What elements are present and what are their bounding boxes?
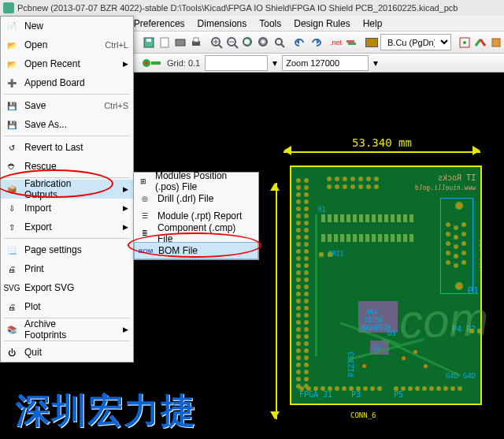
layer-selector[interactable]: B.Cu (PgDn) (380, 34, 451, 50)
menu-item-label: Fabrication Outputs (24, 178, 97, 200)
svg-point-21 (463, 41, 466, 44)
menu-item-label: Import (24, 203, 97, 214)
redo-icon[interactable] (309, 34, 323, 51)
menu-item-revert-to-last[interactable]: ↺Revert to Last (1, 138, 133, 157)
menu-item-import[interactable]: ⇩Import▶ (1, 199, 133, 218)
zoom-out-icon[interactable] (225, 34, 239, 51)
dimension-width: 53.340 mm (284, 147, 480, 160)
submenu-item-label: Component (.cmp) File (158, 222, 254, 244)
menu-item-label: Quit (24, 347, 97, 358)
module-editor-icon[interactable] (173, 34, 187, 51)
menu-item-icon: 💾 (4, 99, 20, 112)
menu-item-label: Export (24, 221, 97, 233)
submenu-item-label: BOM File (158, 245, 198, 256)
menu-item-rescue[interactable]: ⛑Rescue (1, 157, 133, 176)
menu-item-icon: ➕ (4, 76, 20, 89)
menu-item-label: Export SVG (24, 282, 97, 293)
menu-item-icon: 🖨 (4, 300, 20, 313)
menu-item-fabrication-outputs[interactable]: 📦Fabrication Outputs▶ (1, 180, 133, 199)
file-menu: 📄New📂OpenCtrl+L📂Open Recent▶➕Append Boar… (0, 16, 134, 363)
menu-item-label: New (24, 20, 97, 32)
print-icon[interactable] (189, 34, 203, 51)
netlist-icon[interactable]: .net (329, 34, 343, 51)
grid-input[interactable] (205, 55, 268, 71)
svg-point-16 (276, 39, 282, 45)
menu-help[interactable]: Help (357, 17, 389, 31)
menu-item-label: Rescue (24, 161, 97, 172)
zoom-fit-icon[interactable] (257, 34, 271, 51)
silk-u1: U1 (387, 329, 396, 337)
menu-item-new[interactable]: 📄New (1, 17, 133, 35)
menu-item-label: Plot (24, 301, 97, 312)
mode-footprint-icon[interactable] (489, 34, 503, 51)
undo-icon[interactable] (293, 34, 307, 51)
drl-icon: ◎ (137, 192, 153, 205)
autoroute-icon[interactable] (473, 34, 487, 51)
silk-it-rocks: IT Rocks (438, 173, 476, 182)
svg-point-28 (145, 61, 148, 65)
zoom-in-icon[interactable] (209, 34, 224, 51)
svg-line-17 (281, 44, 284, 47)
grid-dropdown-icon[interactable]: ▾ (272, 58, 277, 69)
menu-item-icon: 📄 (4, 20, 20, 32)
menu-item-icon: ⇧ (4, 221, 20, 233)
menu-item-icon: ↺ (4, 141, 20, 154)
submenu-item-pos[interactable]: ⊞Modules Position (.pos) File (134, 173, 258, 190)
silk-vga: VGA_15P (479, 238, 480, 271)
silk-io-sh: IO/SH (364, 317, 383, 324)
pad-row-bottom2 (394, 386, 462, 391)
menu-item-save-as-[interactable]: 💾Save As... (1, 115, 133, 134)
menu-item-plot[interactable]: 🖨Plot (1, 297, 133, 316)
menu-dimensions[interactable]: Dimensions (191, 17, 254, 31)
svg-rect-19 (348, 43, 356, 45)
track-via-icon[interactable] (142, 57, 162, 69)
zoom-redraw-icon[interactable] (241, 34, 255, 51)
menu-design-rules[interactable]: Design Rules (287, 17, 356, 31)
title-bar: Pcbnew (2013-07-07 BZR 4022)-stable D:\T… (0, 0, 504, 16)
menu-item-save[interactable]: 💾SaveCtrl+S (1, 96, 133, 115)
submenu-item-drl[interactable]: ◎Drill (.drl) File (134, 190, 258, 207)
menu-item-open-recent[interactable]: 📂Open Recent▶ (1, 54, 133, 73)
menu-item-open[interactable]: 📂OpenCtrl+L (1, 35, 133, 54)
menu-item-archive-footprints[interactable]: 📚Archive Footprints▶ (1, 320, 133, 339)
svg-line-11 (235, 45, 238, 48)
svg-rect-24 (492, 39, 500, 47)
silk-g4d: G4D (463, 372, 476, 380)
chevron-right-icon: ▶ (123, 60, 128, 68)
menu-item-quit[interactable]: ⏻Quit (1, 343, 133, 362)
cmp-icon: ≣ (137, 227, 153, 240)
page-settings-icon[interactable] (158, 34, 172, 51)
menu-item-label: Print (24, 263, 97, 274)
menu-item-label: Open Recent (24, 58, 97, 69)
menu-preferences[interactable]: Preferences (128, 17, 191, 31)
layer-setup-icon[interactable] (344, 34, 358, 51)
zoom-input[interactable] (282, 55, 369, 71)
svg-rect-2 (161, 38, 169, 47)
menu-item-icon: 📦 (4, 183, 20, 195)
menu-item-icon: 📃 (4, 244, 20, 256)
menu-tools[interactable]: Tools (253, 17, 287, 31)
svg-rect-18 (346, 40, 354, 43)
menu-item-accel: Ctrl+S (97, 101, 128, 110)
svg-rect-5 (194, 38, 198, 42)
pad-row-bottom (299, 386, 382, 391)
menu-item-append-board[interactable]: ➕Append Board (1, 73, 133, 92)
menu-item-print[interactable]: 🖨Print (1, 259, 133, 278)
menu-item-page-settings[interactable]: 📃Page settings (1, 240, 133, 259)
svg-rect-3 (176, 39, 185, 46)
chevron-right-icon: ▶ (123, 326, 128, 333)
menu-item-export-svg[interactable]: SVGExport SVG (1, 278, 133, 297)
submenu-item-label: Modules Position (.pos) File (155, 170, 254, 192)
bom-icon: BOM (138, 244, 154, 257)
zoom-dropdown-icon[interactable]: ▾ (373, 58, 378, 69)
window-title: Pcbnew (2013-07-07 BZR 4022)-stable D:\T… (17, 3, 458, 13)
menu-item-label: Save (24, 100, 97, 111)
app-icon (3, 2, 14, 13)
find-icon[interactable] (272, 34, 287, 51)
drc-icon[interactable] (458, 34, 472, 51)
pad-col-left (296, 178, 301, 389)
menu-item-export[interactable]: ⇧Export▶ (1, 218, 133, 236)
submenu-item-cmp[interactable]: ≣Component (.cmp) File (134, 225, 258, 242)
save-icon[interactable] (142, 34, 156, 51)
submenu-item-bom[interactable]: BOMBOM File (134, 242, 258, 259)
